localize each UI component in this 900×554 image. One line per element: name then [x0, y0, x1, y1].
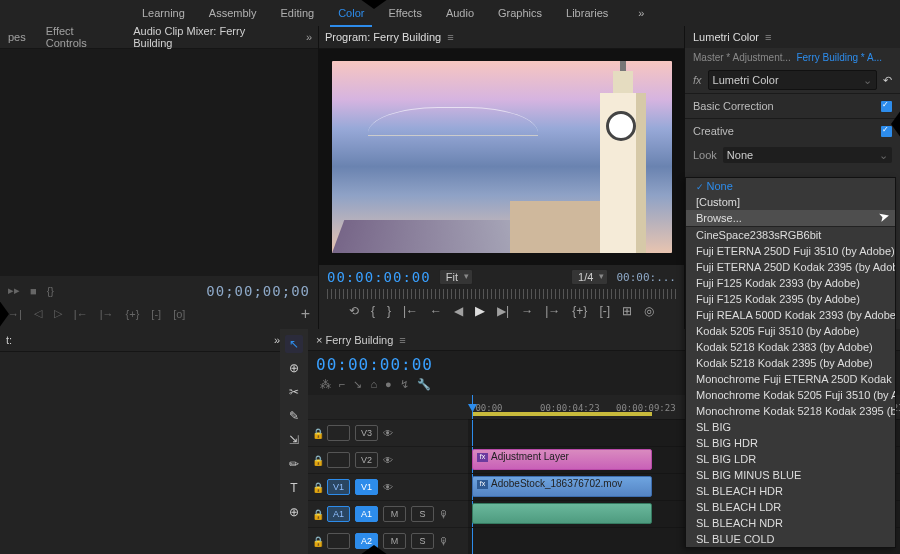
eye-icon[interactable]: 👁 [383, 482, 395, 493]
look-item[interactable]: SL BLUE COLD [686, 531, 895, 547]
look-item-custom[interactable]: [Custom] [686, 194, 895, 210]
pen-tool[interactable]: ⇲ [285, 431, 303, 449]
project-tab[interactable]: t: [6, 334, 12, 346]
look-item[interactable]: CineSpace2383sRGB6bit [686, 227, 895, 243]
eye-icon[interactable]: 👁 [383, 428, 395, 439]
extract-icon[interactable]: [-] [599, 304, 610, 318]
zoom-dropdown[interactable]: Fit [439, 269, 473, 285]
track-target[interactable] [327, 452, 350, 468]
go-out-icon[interactable]: |→ [100, 308, 114, 320]
add-marker-icon[interactable]: ⟲ [349, 304, 359, 318]
look-item-browse[interactable]: Browse... [686, 210, 895, 226]
look-dropdown[interactable]: None⌄ [723, 147, 892, 163]
step-fwd-icon[interactable]: → [521, 304, 533, 318]
track-source[interactable]: A1 [327, 506, 350, 522]
lift-icon[interactable]: {+} [572, 304, 587, 318]
add-marker-icon[interactable]: ● [385, 378, 392, 391]
look-item[interactable]: Monochrome Kodak 5218 Kodak 2395 (by Ado… [686, 403, 895, 419]
look-item[interactable]: SL BLUE DAY4NITE [686, 547, 895, 548]
tab-effect-controls[interactable]: Effect Controls [42, 22, 118, 52]
ws-editing[interactable]: Editing [279, 3, 317, 23]
track-header-a2[interactable]: 🔒A2MS🎙 [308, 527, 468, 554]
export-frame-icon[interactable]: ◎ [644, 304, 654, 318]
clip-adjustment-layer[interactable]: fxAdjustment Layer [472, 449, 652, 470]
ws-assembly[interactable]: Assembly [207, 3, 259, 23]
panel-menu-icon[interactable]: ≡ [399, 334, 405, 346]
look-dropdown-menu[interactable]: None [Custom] Browse... CineSpace2383sRG… [685, 177, 896, 548]
reset-icon[interactable]: ↶ [883, 74, 892, 87]
play-icon[interactable]: ▷ [54, 307, 62, 320]
lock-icon[interactable]: 🔒 [312, 509, 322, 520]
razor-tool[interactable]: ✂ [285, 383, 303, 401]
track-target[interactable] [327, 425, 350, 441]
look-item[interactable]: Fuji ETERNA 250D Fuji 3510 (by Adobe) [686, 243, 895, 259]
marker-icon[interactable]: {} [47, 285, 54, 297]
track-header-v2[interactable]: 🔒V2👁 [308, 446, 468, 473]
lock-icon[interactable]: 🔒 [312, 455, 322, 466]
ws-learning[interactable]: Learning [140, 3, 187, 23]
play-icon[interactable]: ▸▸ [8, 284, 20, 297]
lock-icon[interactable]: 🔒 [312, 428, 322, 439]
play-icon[interactable]: ▶ [475, 303, 485, 318]
track-select-tool[interactable]: ⊕ [285, 359, 303, 377]
step-back1-icon[interactable]: ◀ [454, 304, 463, 318]
add-button-icon[interactable]: + [301, 305, 310, 323]
look-item[interactable]: Kodak 5218 Kodak 2383 (by Adobe) [686, 339, 895, 355]
slip-tool[interactable]: ✎ [285, 407, 303, 425]
program-monitor[interactable] [319, 49, 684, 265]
lock-icon[interactable]: 🔒 [312, 482, 322, 493]
type-tool[interactable]: T [285, 479, 303, 497]
look-item[interactable]: Fuji REALA 500D Kodak 2393 (by Adobe) [686, 307, 895, 323]
stop-icon[interactable]: ■ [30, 285, 37, 297]
effect-dropdown[interactable]: Lumetri Color⌄ [708, 70, 877, 90]
look-item[interactable]: SL BIG HDR [686, 435, 895, 451]
program-scrubber[interactable] [327, 289, 676, 299]
export-frame-icon[interactable]: [o] [173, 308, 185, 320]
work-area-bar[interactable] [472, 412, 652, 416]
ws-audio[interactable]: Audio [444, 3, 476, 23]
panel-menu-icon[interactable]: ≡ [765, 31, 771, 43]
track-label[interactable]: V3 [355, 425, 378, 441]
look-item[interactable]: Fuji F125 Kodak 2393 (by Adobe) [686, 275, 895, 291]
look-item-none[interactable]: None [686, 178, 895, 194]
compare-icon[interactable]: ⊞ [622, 304, 632, 318]
zoom-tool[interactable]: ⊕ [285, 503, 303, 521]
step-fwd1-icon[interactable]: ▶| [497, 304, 509, 318]
mark-in-icon[interactable]: { [371, 304, 375, 318]
lock-icon[interactable]: 🔒 [312, 536, 322, 547]
look-item[interactable]: Kodak 5218 Kodak 2395 (by Adobe) [686, 355, 895, 371]
program-timecode[interactable]: 00:00:00:00 [327, 269, 431, 285]
sequence-tab[interactable]: × Ferry Building [316, 334, 393, 346]
resolution-dropdown[interactable]: 1/4 [571, 269, 608, 285]
clip-audio[interactable] [472, 503, 652, 524]
wrench-icon[interactable]: ↯ [400, 378, 409, 391]
look-item[interactable]: SL BIG LDR [686, 451, 895, 467]
timeline-timecode[interactable]: 00:00:00:00 [316, 355, 433, 374]
look-item[interactable]: Fuji F125 Kodak 2395 (by Adobe) [686, 291, 895, 307]
look-item[interactable]: Fuji ETERNA 250D Kodak 2395 (by Adobe) [686, 259, 895, 275]
step-fwd-icon[interactable]: |← [74, 308, 88, 320]
ws-effects[interactable]: Effects [386, 3, 423, 23]
track-source[interactable] [327, 533, 350, 549]
solo-button[interactable]: S [411, 533, 434, 549]
track-label[interactable]: V2 [355, 452, 378, 468]
sequence-clip-link[interactable]: Ferry Building * A... [796, 52, 882, 63]
tab-scopes[interactable]: pes [4, 28, 30, 46]
look-item[interactable]: SL BIG MINUS BLUE [686, 467, 895, 483]
settings-icon[interactable]: ⌂ [370, 378, 377, 391]
track-header-a1[interactable]: 🔒A1A1MS🎙 [308, 500, 468, 527]
track-label[interactable]: A1 [355, 506, 378, 522]
track-label[interactable]: V1 [355, 479, 378, 495]
mic-icon[interactable]: 🎙 [439, 509, 449, 520]
step-back-icon[interactable]: ← [430, 304, 442, 318]
track-header-v1[interactable]: 🔒V1V1👁 [308, 473, 468, 500]
eye-icon[interactable]: 👁 [383, 455, 395, 466]
panel-overflow-icon[interactable]: » [306, 31, 312, 43]
look-item[interactable]: SL BIG [686, 419, 895, 435]
insert-icon[interactable]: →| [8, 308, 22, 320]
mic-icon[interactable]: 🎙 [439, 536, 449, 547]
go-out-icon[interactable]: |→ [545, 304, 560, 318]
step-back-icon[interactable]: ◁ [34, 307, 42, 320]
linked-icon[interactable]: ⌐ [339, 378, 345, 391]
solo-button[interactable]: S [411, 506, 434, 522]
